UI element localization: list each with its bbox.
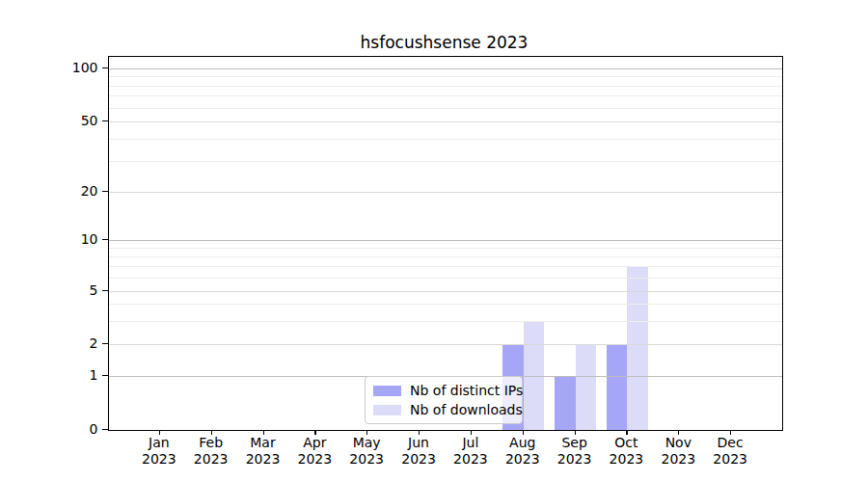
- x-tick-mark-sep: [575, 430, 576, 435]
- y-gridline-5: [109, 291, 783, 292]
- x-tick-mark-nov: [678, 430, 679, 435]
- y-gridline-2: [109, 344, 783, 345]
- y-tick-label-10: 10: [56, 232, 98, 246]
- y-tick-label-50: 50: [56, 114, 98, 127]
- y-gridline-100: [109, 68, 783, 69]
- y-tick-mark-100: [102, 67, 108, 68]
- y-tick-label-1: 1: [56, 368, 98, 382]
- y-gridline-80: [109, 86, 783, 87]
- y-tick-label-0: 0: [56, 422, 98, 436]
- x-tick-mark-may: [366, 430, 367, 435]
- y-tick-mark-2: [102, 343, 108, 344]
- plot-area: [108, 56, 784, 431]
- legend-swatch-downloads: [373, 405, 401, 415]
- y-gridline-50: [109, 121, 783, 122]
- x-tick-mark-apr: [314, 430, 315, 435]
- y-gridline-60: [109, 108, 783, 109]
- y-tick-mark-20: [102, 191, 108, 192]
- chart-figure: hsfocushsense 2023 0125102050100 Jan2023…: [0, 0, 868, 482]
- y-gridline-9: [109, 248, 783, 249]
- x-tick-mark-jan: [159, 430, 160, 435]
- bar-distinct-ips-sep: [555, 376, 576, 430]
- legend-label-distinct-ips: Nb of distinct IPs: [410, 383, 523, 398]
- legend-item-distinct-ips: Nb of distinct IPs: [373, 383, 514, 398]
- bar-distinct-ips-oct: [607, 344, 628, 430]
- x-tick-mark-jul: [471, 430, 472, 435]
- y-tick-label-20: 20: [56, 184, 98, 198]
- y-tick-mark-5: [102, 290, 108, 291]
- x-tick-mark-mar: [263, 430, 264, 435]
- y-tick-mark-10: [102, 239, 108, 240]
- x-tick-mark-feb: [211, 430, 212, 435]
- y-gridline-3: [109, 321, 783, 322]
- legend-swatch-distinct-ips: [373, 386, 401, 396]
- y-tick-label-5: 5: [56, 283, 98, 297]
- legend-label-downloads: Nb of downloads: [410, 402, 523, 417]
- y-gridline-90: [109, 76, 783, 77]
- y-gridline-8: [109, 256, 783, 257]
- y-gridline-30: [109, 161, 783, 162]
- y-tick-mark-50: [102, 120, 108, 121]
- chart-title: hsfocushsense 2023: [107, 33, 781, 52]
- y-gridline-4: [109, 304, 783, 305]
- y-tick-mark-0: [102, 429, 108, 430]
- y-gridline-6: [109, 278, 783, 279]
- x-tick-mark-oct: [626, 430, 627, 435]
- y-gridline-20: [109, 192, 783, 193]
- bar-downloads-sep: [576, 344, 597, 430]
- y-gridline-40: [109, 139, 783, 140]
- x-tick-label-dec: Dec2023: [699, 435, 761, 468]
- legend: Nb of distinct IPs Nb of downloads: [365, 376, 523, 424]
- y-gridline-7: [109, 266, 783, 267]
- x-tick-mark-dec: [730, 430, 731, 435]
- y-tick-mark-1: [102, 375, 108, 376]
- legend-item-downloads: Nb of downloads: [373, 402, 514, 417]
- y-tick-label-100: 100: [56, 61, 98, 74]
- y-tick-label-2: 2: [56, 336, 98, 350]
- x-tick-mark-aug: [523, 430, 524, 435]
- x-tick-mark-jun: [419, 430, 420, 435]
- y-gridline-70: [109, 95, 783, 96]
- y-gridline-10: [109, 240, 783, 241]
